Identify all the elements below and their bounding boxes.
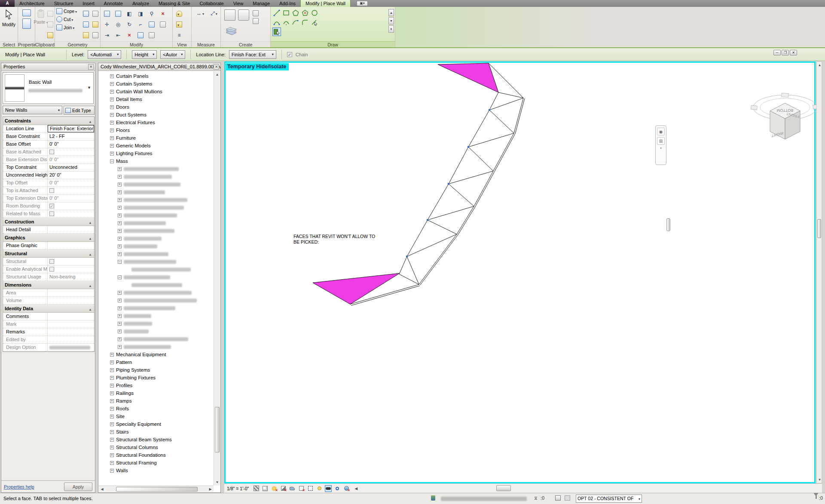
zoom-tool-icon[interactable]: ⊞ (657, 137, 665, 145)
scroll-down-icon[interactable]: ▼ (214, 479, 220, 486)
tree-item-label[interactable]: Pattern (116, 360, 132, 365)
wall-joins-icon[interactable] (83, 11, 89, 17)
delete-icon[interactable]: × (126, 32, 132, 38)
ribbon-tab-structure[interactable]: Structure (49, 0, 78, 7)
tree-item-redacted[interactable]: + (99, 188, 214, 196)
tree-item-doors[interactable]: +Doors (99, 103, 214, 111)
tree-item-redacted[interactable]: + (99, 335, 214, 343)
property-value[interactable]: 0' 0" (48, 141, 94, 148)
close-window-icon[interactable]: ✕ (790, 50, 797, 55)
pin-icon[interactable]: ⚲ (149, 11, 155, 17)
mirror-pick-icon[interactable]: ◨ (138, 11, 144, 17)
property-checkbox[interactable] (49, 259, 54, 264)
property-value[interactable] (48, 148, 94, 156)
property-section-identity-data[interactable]: Identity Data▲ (3, 305, 94, 313)
tree-item-pattern[interactable]: +Pattern (99, 358, 214, 366)
browser-hscroll-thumb[interactable] (116, 487, 198, 492)
properties-title-bar[interactable]: Properties ✕ (1, 63, 95, 71)
ribbon-tab-add-ins[interactable]: Add-Ins (275, 0, 300, 7)
expand-icon[interactable]: + (118, 229, 122, 233)
panel-label-modify[interactable]: Modify (101, 41, 172, 47)
type-selector[interactable]: Basic Wall ▼ (3, 72, 94, 104)
move-icon[interactable]: ✛ (104, 21, 110, 27)
collapse-icon[interactable]: − (110, 159, 114, 163)
expand-icon[interactable]: + (110, 446, 114, 449)
expand-icon[interactable]: + (110, 74, 114, 78)
expand-icon[interactable]: + (118, 237, 122, 241)
tree-item-label[interactable]: Stairs (116, 429, 128, 434)
temporary-hide-isolate-icon[interactable] (325, 485, 332, 492)
canvas-scroll-left-icon[interactable]: ◀ (354, 486, 358, 491)
tree-item-label[interactable]: Railings (116, 391, 134, 396)
tree-item-redacted[interactable]: + (99, 204, 214, 211)
tree-item-stairs[interactable]: +Stairs (99, 428, 214, 436)
beam-cope-icon[interactable] (83, 21, 89, 27)
project-browser-title-bar[interactable]: Cody Winchester_NVIDIA_ARCH_CORE_01.8899… (98, 63, 220, 71)
modify-tool-button[interactable]: Modify (0, 7, 18, 41)
unpickable-face-bottom[interactable] (313, 273, 400, 304)
property-value[interactable] (48, 187, 94, 194)
tree-item-label[interactable]: Walls (116, 468, 128, 473)
panel-label-properties[interactable]: Properties (18, 41, 35, 47)
application-menu-button[interactable]: A (0, 0, 15, 7)
draw-rectangle-tool[interactable] (282, 9, 290, 17)
user-interface-icon[interactable] (22, 9, 31, 16)
property-checkbox[interactable] (49, 211, 54, 216)
panel-label-view[interactable]: View (173, 41, 191, 47)
expand-icon[interactable]: + (118, 183, 122, 186)
property-value[interactable] (48, 258, 94, 265)
expand-icon[interactable]: + (110, 399, 114, 403)
tree-item-redacted[interactable]: − (99, 273, 214, 281)
level-combobox[interactable]: <Automati (88, 50, 121, 59)
ribbon-tab-modify-place-wall[interactable]: Modify | Place Wall (300, 0, 351, 7)
expand-icon[interactable]: + (110, 430, 114, 434)
tree-item-ramps[interactable]: +Ramps (99, 397, 214, 405)
tree-item-label[interactable]: Floors (116, 128, 130, 133)
draw-scroll-up-button[interactable]: ▲ (388, 9, 394, 16)
canvas-hscroll-thumb[interactable] (496, 485, 511, 491)
tree-item-redacted[interactable] (99, 266, 214, 273)
scroll-left-icon[interactable]: ◀ (99, 486, 105, 492)
tree-item-label[interactable]: Structural Columns (116, 445, 158, 450)
trim-extend-single-icon[interactable]: ⇥ (104, 32, 110, 38)
aligned-dimension-icon[interactable]: ⤢ (209, 10, 219, 16)
property-value[interactable] (48, 242, 94, 249)
tree-item-floors[interactable]: +Floors (99, 126, 214, 134)
tree-item-roofs[interactable]: +Roofs (99, 405, 214, 412)
steering-wheel-icon[interactable]: ◉ (657, 128, 665, 135)
pick-lines-tool[interactable] (310, 18, 319, 27)
expand-icon[interactable]: + (118, 167, 122, 171)
apply-button[interactable]: Apply (64, 483, 92, 491)
expand-icon[interactable]: + (110, 121, 114, 125)
tree-item-mass[interactable]: −Mass (99, 157, 214, 165)
tree-item-redacted[interactable]: + (99, 296, 214, 304)
create-group-icon[interactable] (224, 9, 235, 21)
expand-icon[interactable]: + (110, 136, 114, 140)
draw-inscribed-polygon-tool[interactable] (291, 9, 300, 17)
cut-to-clipboard-icon[interactable] (47, 11, 53, 17)
draw-expand-button[interactable]: ⇟ (388, 25, 394, 33)
chain-checkbox[interactable]: ✓ (287, 52, 292, 57)
draw-fillet-arc-tool[interactable] (301, 18, 309, 27)
tree-item-label[interactable]: Doors (116, 104, 129, 110)
expand-icon[interactable]: + (110, 376, 114, 380)
tree-item-label[interactable]: Profiles (116, 383, 132, 388)
expand-icon[interactable]: + (110, 384, 114, 388)
visual-style-icon[interactable] (262, 485, 269, 492)
canvas-vscroll-thumb[interactable] (817, 219, 821, 238)
property-value[interactable] (48, 226, 94, 233)
trim-extend-multiple-icon[interactable]: ⇤ (115, 32, 121, 38)
property-checkbox[interactable] (49, 188, 54, 193)
tree-item-label[interactable]: Structural Beam Systems (116, 437, 172, 442)
ribbon-tab-massing-site[interactable]: Massing & Site (154, 0, 195, 7)
expand-icon[interactable]: + (110, 353, 114, 357)
scroll-up-icon[interactable]: ▲ (214, 71, 220, 78)
tree-item-redacted[interactable]: + (99, 173, 214, 180)
expand-icon[interactable]: + (118, 299, 122, 302)
measure-tape-icon[interactable]: ↔ (195, 10, 205, 16)
expand-icon[interactable]: + (118, 330, 122, 333)
tree-item-label[interactable]: Duct Systems (116, 112, 147, 117)
expand-icon[interactable]: + (110, 90, 114, 94)
panel-label-select[interactable]: Select (0, 41, 18, 47)
expand-icon[interactable]: + (118, 337, 122, 341)
